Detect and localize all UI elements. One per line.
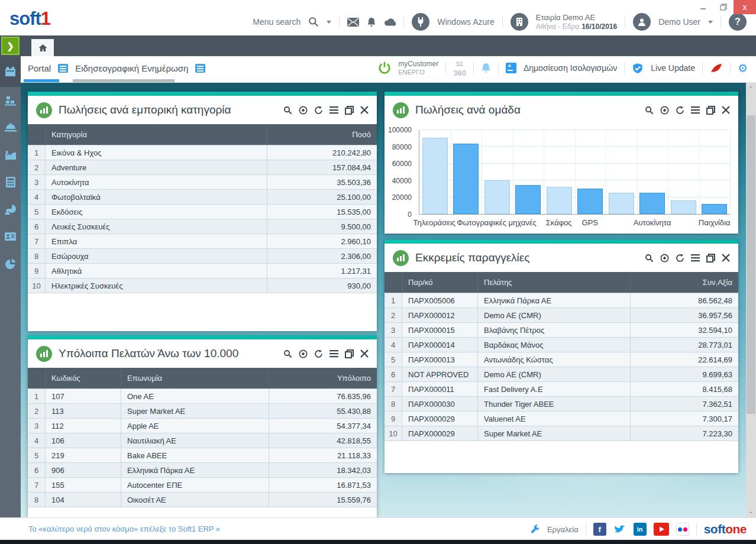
toolbar-bell-icon[interactable] [481, 63, 491, 73]
panel-refresh-icon[interactable] [314, 349, 323, 358]
panel-search-icon[interactable] [283, 349, 292, 358]
scroll-up-arrow[interactable]: ⌃ [746, 84, 756, 94]
table-row[interactable]: 10Ηλεκτρικές Συσκευές930,00 [28, 279, 377, 293]
column-header[interactable]: Πελάτης [478, 272, 631, 293]
news-menu-icon[interactable] [195, 64, 205, 73]
sidebar-item-customer-analytics[interactable] [0, 196, 21, 223]
table-row[interactable]: 7ΠΑΡΧ000011Fast Delivery A.E8.415,68 [385, 382, 738, 397]
panel-menu-icon[interactable] [691, 106, 700, 114]
panel-menu-icon[interactable] [691, 254, 700, 262]
user-dropdown-caret[interactable] [708, 21, 713, 24]
home-tab[interactable] [31, 39, 54, 56]
panel-close-icon[interactable] [722, 106, 730, 114]
panel-target-icon[interactable] [660, 254, 669, 263]
column-header[interactable]: Κατηγορία [46, 124, 267, 145]
panel-search-icon[interactable] [645, 254, 654, 263]
cloud-icon[interactable] [384, 18, 396, 26]
news-swoosh-icon[interactable] [710, 63, 723, 73]
table-row[interactable]: 7Επιπλα2.960,10 [28, 234, 377, 249]
scrollbar-thumb[interactable] [747, 115, 755, 414]
table-row[interactable]: 2113Super Market AE55.430,88 [28, 404, 377, 419]
live-update-icon[interactable] [632, 63, 644, 74]
table-row[interactable]: 6Λευκές Συσκευές9.500,00 [28, 219, 377, 234]
table-row[interactable]: 8104Οικοσέτ ΑΕ15.559,76 [28, 493, 377, 507]
menu-search-label[interactable]: Menu search [253, 17, 301, 27]
tools-wrench-icon[interactable] [530, 524, 540, 535]
column-header[interactable]: Κωδικός [46, 368, 121, 389]
minimize-button[interactable] [693, 0, 713, 14]
table-row[interactable]: 9ΠΑΡΧ000029Valuenet AE7.300,17 [385, 412, 738, 426]
company-building-icon[interactable] [511, 13, 528, 31]
tools-label[interactable]: Εργαλεία [547, 525, 579, 534]
panel-target-icon[interactable] [299, 106, 308, 115]
help-button[interactable]: ? [729, 13, 747, 31]
table-row[interactable]: 8ΠΑΡΧ000030Thunder Tiger ABEE7.362,51 [385, 397, 738, 412]
table-row[interactable]: 7155Autocenter ΕΠΕ16.871,53 [28, 478, 377, 493]
table-row[interactable]: 4ΠΑΡΧ000014Βαρδάκας Μάνος28.773,01 [385, 338, 738, 352]
column-header[interactable]: Παρ/κό [402, 272, 478, 293]
table-row[interactable]: 2ΠΑΡΧ000012Demo AE (CMR)36.957,56 [385, 308, 738, 323]
publish-balance-icon[interactable] [506, 63, 516, 73]
user-menu-label[interactable]: Demo User [658, 17, 700, 27]
panel-close-icon[interactable] [360, 349, 369, 358]
panel-close-icon[interactable] [360, 106, 369, 114]
linkedin-icon[interactable]: in [634, 523, 647, 536]
table-row[interactable]: 1Εικόνα & Ηχος210.242,80 [28, 145, 377, 160]
column-header[interactable]: Ποσό [267, 124, 377, 145]
table-row[interactable]: 1107One AE76.635,96 [28, 389, 377, 404]
table-row[interactable]: 3112Apple AE54.377,34 [28, 419, 377, 433]
notifications-bell-icon[interactable] [367, 17, 376, 27]
table-row[interactable]: 6NOT APPROVEDDemo AE (CMR)9.699,63 [385, 367, 738, 382]
table-row[interactable]: 5ΠΑΡΧ000013Αντωνιάδης Κώστας22.614,69 [385, 352, 738, 367]
panel-search-icon[interactable] [645, 106, 654, 115]
panel-maximize-icon[interactable] [345, 106, 354, 115]
sidebar-item-calendar[interactable] [0, 56, 21, 87]
close-button[interactable]: x [734, 0, 756, 14]
portal-menu-icon[interactable] [58, 64, 68, 73]
table-row[interactable]: 3Αυτοκίνητα35.503,36 [28, 175, 377, 190]
panel-target-icon[interactable] [299, 349, 308, 358]
live-update-label[interactable]: Live Update [651, 63, 695, 73]
table-row[interactable]: 2Adventure157.084,94 [28, 160, 377, 175]
table-row[interactable]: 4Φωτοβολταϊκά25.100,00 [28, 190, 377, 205]
table-row[interactable]: 1ΠΑΡΧ005006Ελληνικά Πάρκα ΑΕ86.562,48 [385, 293, 738, 308]
panel-maximize-icon[interactable] [706, 254, 715, 263]
restore-button[interactable] [713, 0, 734, 14]
twitter-icon[interactable] [613, 523, 626, 536]
column-header[interactable]: Συν.Αξία [631, 272, 738, 293]
column-header[interactable]: Υπόλοιπο [269, 368, 377, 389]
sidebar-item-inventory[interactable] [0, 87, 21, 114]
user-avatar[interactable] [633, 13, 651, 31]
tab-news[interactable]: Ειδησεογραφική Ενημέρωση [75, 63, 188, 73]
company-name[interactable]: Εταιρία Demo AE [536, 13, 617, 22]
panel-maximize-icon[interactable] [345, 349, 354, 358]
youtube-icon[interactable] [654, 523, 669, 536]
panel-refresh-icon[interactable] [314, 106, 323, 115]
flickr-icon[interactable] [676, 523, 689, 536]
table-row[interactable]: 4106Ναυτιλιακή ΑΕ42.818,55 [28, 433, 377, 448]
facebook-icon[interactable]: f [593, 523, 606, 536]
mycustomer-power-icon[interactable] [378, 61, 391, 75]
table-row[interactable]: 8Εσώρουχα2.306,00 [28, 249, 377, 264]
panel-target-icon[interactable] [660, 106, 669, 115]
sidebar-item-reports[interactable] [0, 250, 21, 277]
vertical-scrollbar[interactable]: ⌃ ⌄ [746, 83, 756, 517]
panel-search-icon[interactable] [283, 106, 292, 115]
table-row[interactable]: 5219Bake ABEE21.118,33 [28, 448, 377, 463]
mail-icon[interactable] [347, 18, 359, 27]
s1-360-logo[interactable]: S1360 [453, 59, 466, 77]
sidebar-item-services[interactable] [0, 114, 21, 141]
panel-close-icon[interactable] [722, 254, 730, 262]
search-dropdown-caret[interactable] [327, 21, 331, 24]
table-row[interactable]: 3ΠΑΡΧ000015Βλαβάνης Πέτρος32.594,10 [385, 323, 738, 338]
panel-refresh-icon[interactable] [676, 106, 684, 115]
sidebar-expand-button[interactable]: ❯ [1, 37, 20, 55]
sidebar-item-contacts[interactable] [0, 223, 21, 250]
panel-maximize-icon[interactable] [706, 106, 715, 115]
panel-refresh-icon[interactable] [676, 254, 684, 263]
table-row[interactable]: 6906Ελληνικά Πάρκα ΑΕ18.342,03 [28, 463, 377, 478]
table-row[interactable]: 9Αθλητικά1.217,31 [28, 264, 377, 279]
tab-portal[interactable]: Portal [28, 63, 51, 73]
footer-news-link[interactable]: Το «καλύτερο νερό στον κόσμο» επέλεξε το… [28, 524, 220, 533]
azure-label[interactable]: Windows Azure [437, 17, 494, 27]
